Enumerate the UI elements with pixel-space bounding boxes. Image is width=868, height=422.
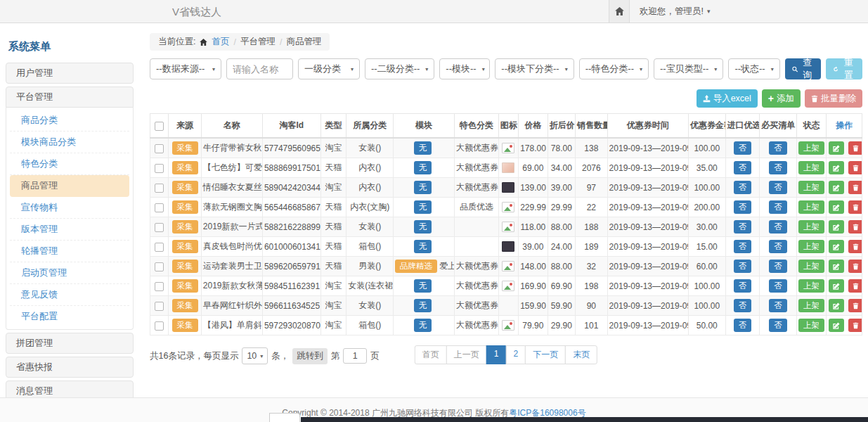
module-subcategory-select[interactable]: --模块下分类-- ▾ — [495, 58, 574, 79]
edit-button[interactable] — [829, 260, 844, 273]
delete-button[interactable] — [848, 141, 862, 155]
status-badge[interactable]: 上架 — [798, 161, 824, 174]
sidebar-item-feature-category[interactable]: 特色分类 — [10, 153, 129, 175]
item-type-select[interactable]: --宝贝类型-- ▾ — [654, 58, 723, 79]
page-number-input[interactable] — [343, 348, 367, 364]
search-button[interactable]: 查询 — [785, 58, 822, 79]
must-buy-toggle[interactable]: 否 — [769, 220, 787, 233]
sidebar-item-splash-management[interactable]: 启动页管理 — [10, 262, 129, 284]
breadcrumb-home-link[interactable]: 首页 — [212, 36, 229, 48]
sidebar-group-groupbuy[interactable]: 拼团管理 — [6, 333, 134, 354]
row-checkbox[interactable] — [155, 184, 164, 193]
import-select-toggle[interactable]: 否 — [734, 220, 752, 233]
import-select-toggle[interactable]: 否 — [734, 299, 752, 312]
pager-next[interactable]: 下一页 — [525, 345, 566, 364]
icp-link[interactable]: 粤ICP备16098006号 — [509, 408, 585, 418]
status-badge[interactable]: 上架 — [798, 181, 824, 193]
user-menu[interactable]: 欢迎您，管理员! ▾ — [640, 0, 711, 23]
status-badge[interactable]: 上架 — [798, 279, 824, 292]
sidebar-group-platform[interactable]: 平台管理 — [6, 87, 134, 108]
edit-button[interactable] — [829, 319, 844, 332]
status-badge[interactable]: 上架 — [798, 240, 824, 252]
batch-delete-button[interactable]: 批量删除 — [805, 89, 862, 108]
sidebar-item-product-category[interactable]: 商品分类 — [10, 110, 129, 132]
pager-page-2[interactable]: 2 — [506, 345, 526, 364]
row-checkbox[interactable] — [155, 321, 164, 331]
edit-button[interactable] — [829, 279, 844, 293]
must-buy-toggle[interactable]: 否 — [769, 161, 787, 174]
name-search-input[interactable] — [226, 58, 293, 79]
delete-button[interactable] — [848, 260, 862, 273]
delete-button[interactable] — [848, 319, 862, 332]
status-badge[interactable]: 上架 — [798, 260, 824, 272]
must-buy-toggle[interactable]: 否 — [769, 141, 787, 154]
delete-button[interactable] — [848, 181, 862, 194]
status-badge[interactable]: 上架 — [798, 220, 824, 233]
status-badge[interactable]: 上架 — [798, 319, 824, 331]
row-checkbox[interactable] — [155, 223, 164, 232]
status-badge[interactable]: 上架 — [798, 141, 824, 154]
sidebar-item-feedback[interactable]: 意见反馈 — [10, 284, 129, 306]
pager-first[interactable]: 首页 — [415, 345, 447, 364]
module-select[interactable]: --模块-- ▾ — [439, 58, 490, 79]
import-select-toggle[interactable]: 否 — [734, 260, 752, 272]
row-checkbox[interactable] — [155, 262, 164, 271]
must-buy-toggle[interactable]: 否 — [769, 240, 787, 252]
sidebar-group-users[interactable]: 用户管理 — [6, 63, 134, 84]
delete-button[interactable] — [848, 220, 862, 234]
import-excel-button[interactable]: 导入excel — [697, 89, 758, 108]
edit-button[interactable] — [829, 161, 844, 174]
select-all-checkbox[interactable] — [155, 122, 164, 131]
import-select-toggle[interactable]: 否 — [734, 200, 752, 213]
must-buy-toggle[interactable]: 否 — [769, 200, 787, 213]
must-buy-toggle[interactable]: 否 — [769, 319, 787, 331]
reset-button[interactable]: 重置 — [826, 58, 862, 79]
must-buy-toggle[interactable]: 否 — [769, 279, 787, 292]
edit-button[interactable] — [829, 181, 844, 194]
sidebar-item-carousel-management[interactable]: 轮播管理 — [10, 241, 129, 262]
row-checkbox[interactable] — [155, 164, 164, 173]
delete-button[interactable] — [848, 299, 862, 312]
level1-category-select[interactable]: 一级分类 ▾ — [298, 58, 360, 79]
edit-button[interactable] — [829, 220, 844, 234]
pager-page-1[interactable]: 1 — [486, 345, 507, 364]
import-select-toggle[interactable]: 否 — [734, 181, 752, 193]
sidebar-item-module-product-category[interactable]: 模块商品分类 — [10, 132, 129, 153]
import-select-toggle[interactable]: 否 — [734, 279, 752, 292]
sidebar-item-promo-material[interactable]: 宣传物料 — [10, 197, 129, 219]
delete-button[interactable] — [848, 240, 862, 253]
pager-last[interactable]: 末页 — [565, 345, 597, 364]
delete-button[interactable] — [848, 200, 862, 214]
must-buy-toggle[interactable]: 否 — [769, 299, 787, 312]
row-checkbox[interactable] — [155, 282, 164, 291]
delete-button[interactable] — [848, 279, 862, 293]
import-select-toggle[interactable]: 否 — [734, 240, 752, 252]
row-checkbox[interactable] — [155, 144, 164, 153]
status-badge[interactable]: 上架 — [798, 299, 824, 312]
edit-button[interactable] — [829, 141, 844, 155]
data-source-select[interactable]: --数据来源-- ▾ — [150, 58, 221, 79]
jump-button[interactable]: 跳转到 — [292, 348, 328, 364]
must-buy-toggle[interactable]: 否 — [769, 181, 787, 193]
row-checkbox[interactable] — [155, 243, 164, 252]
page-size-select[interactable]: 10 ▾ — [242, 347, 268, 364]
import-select-toggle[interactable]: 否 — [734, 319, 752, 331]
import-select-toggle[interactable]: 否 — [734, 161, 752, 174]
must-buy-toggle[interactable]: 否 — [769, 260, 787, 272]
status-badge[interactable]: 上架 — [798, 200, 824, 213]
feature-category-select[interactable]: --特色分类-- ▾ — [579, 58, 649, 79]
sidebar-group-express[interactable]: 省惠快报 — [6, 357, 134, 378]
row-checkbox[interactable] — [155, 203, 164, 212]
home-button[interactable] — [609, 0, 630, 23]
edit-button[interactable] — [829, 240, 844, 253]
sidebar-item-version-management[interactable]: 版本管理 — [10, 219, 129, 241]
edit-button[interactable] — [829, 200, 844, 214]
level2-category-select[interactable]: --二级分类-- ▾ — [365, 58, 434, 79]
row-checkbox[interactable] — [155, 302, 164, 311]
edit-button[interactable] — [829, 299, 844, 312]
pager-prev[interactable]: 上一页 — [446, 345, 487, 364]
delete-button[interactable] — [848, 161, 862, 174]
import-select-toggle[interactable]: 否 — [734, 141, 752, 154]
sidebar-item-product-management[interactable]: 商品管理 — [10, 175, 129, 197]
status-select[interactable]: --状态-- ▾ — [728, 58, 779, 79]
